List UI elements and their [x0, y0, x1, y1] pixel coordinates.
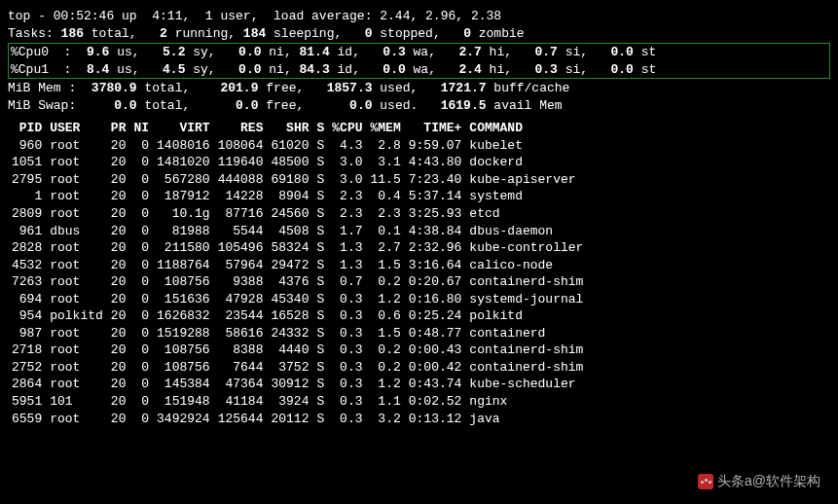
cell-cpu: 0.3 — [328, 376, 366, 393]
table-row[interactable]: 2864root2001453844736430912S0.31.20:43.7… — [8, 376, 587, 393]
cell-virt: 81988 — [153, 223, 214, 240]
cell-ni: 0 — [129, 223, 153, 240]
col-cpu[interactable]: %CPU — [328, 120, 366, 137]
cell-pid: 5951 — [8, 393, 46, 411]
table-row[interactable]: 961dbus2008198855444508S1.70.14:38.84dbu… — [8, 223, 587, 240]
cell-res: 125644 — [214, 411, 268, 428]
cell-ni: 0 — [129, 359, 153, 377]
cell-s: S — [312, 171, 328, 189]
col-virt[interactable]: VIRT — [153, 120, 214, 137]
cell-ni: 0 — [129, 291, 153, 308]
cell-cpu: 0.3 — [328, 393, 366, 411]
cell-s: S — [312, 273, 328, 291]
cell-time: 0:48.77 — [405, 325, 466, 342]
cell-s: S — [312, 376, 328, 393]
cell-mem: 1.5 — [367, 325, 405, 342]
cell-shr: 58324 — [267, 239, 312, 257]
col-pr[interactable]: PR — [107, 120, 130, 137]
cell-ni: 0 — [129, 239, 153, 257]
cell-cmd: kube-controller — [465, 239, 587, 257]
cell-cpu: 0.3 — [328, 342, 366, 359]
table-row[interactable]: 2795root20056728044408869180S3.011.57:23… — [8, 171, 587, 189]
cell-s: S — [312, 411, 328, 428]
cell-res: 57964 — [214, 257, 268, 274]
cell-res: 58616 — [214, 325, 268, 342]
cell-shr: 4376 — [267, 273, 312, 291]
table-row[interactable]: 694root2001516364792845340S0.31.20:16.80… — [8, 291, 587, 308]
table-row[interactable]: 1051root200148102011964048500S3.03.14:43… — [8, 154, 587, 171]
col-mem[interactable]: %MEM — [367, 120, 405, 137]
cell-time: 0:16.80 — [405, 291, 466, 308]
cell-pr: 20 — [107, 359, 130, 377]
cell-shr: 20112 — [267, 411, 312, 428]
cell-pid: 2828 — [8, 239, 46, 257]
table-row[interactable]: 2752root20010875676443752S0.30.20:00.42c… — [8, 359, 587, 377]
cell-user: root — [46, 257, 107, 274]
col-shr[interactable]: SHR — [267, 120, 312, 137]
table-row[interactable]: 2828root20021158010549658324S1.32.72:32.… — [8, 239, 587, 257]
table-header-row[interactable]: PIDUSERPRNIVIRTRESSHRS%CPU%MEMTIME+COMMA… — [8, 120, 587, 137]
col-time[interactable]: TIME+ — [405, 120, 466, 137]
col-pid[interactable]: PID — [8, 120, 46, 137]
cell-s: S — [312, 188, 328, 205]
col-res[interactable]: RES — [214, 120, 268, 137]
cell-mem: 0.2 — [367, 342, 405, 359]
cell-user: root — [46, 411, 107, 428]
mem-total: 3780.9 — [91, 81, 137, 95]
cell-user: root — [46, 171, 107, 189]
cell-pid: 961 — [8, 223, 46, 240]
cell-pid: 960 — [8, 137, 46, 155]
cell-ni: 0 — [129, 393, 153, 411]
cell-virt: 3492924 — [153, 411, 214, 428]
table-row[interactable]: 5951101200151948411843924S0.31.10:02.52n… — [8, 393, 587, 411]
table-row[interactable]: 954polkitd20016268322354416528S0.30.60:2… — [8, 307, 587, 325]
cell-res: 108064 — [214, 137, 268, 155]
col-command[interactable]: COMMAND — [465, 120, 587, 137]
table-row[interactable]: 1root200187912142288904S2.30.45:37.14sys… — [8, 188, 587, 205]
cell-s: S — [312, 257, 328, 274]
cell-s: S — [312, 325, 328, 342]
cell-pr: 20 — [107, 188, 130, 205]
cell-pr: 20 — [107, 342, 130, 359]
cell-virt: 108756 — [153, 359, 214, 377]
cell-cpu: 1.7 — [328, 223, 366, 240]
table-row[interactable]: 7263root20010875693884376S0.70.20:20.67c… — [8, 273, 587, 291]
cell-mem: 1.1 — [367, 393, 405, 411]
cell-time: 9:59.07 — [405, 137, 466, 155]
table-row[interactable]: 6559root200349292412564420112S0.33.20:13… — [8, 411, 587, 428]
table-row[interactable]: 2718root20010875683884440S0.30.20:00.43c… — [8, 342, 587, 359]
cell-ni: 0 — [129, 205, 153, 223]
table-row[interactable]: 2809root20010.1g8771624560S2.32.33:25.93… — [8, 205, 587, 223]
cell-cmd: containerd-shim — [465, 273, 587, 291]
cell-shr: 69180 — [267, 171, 312, 189]
tasks-running: 2 — [160, 26, 167, 41]
cell-time: 4:43.80 — [405, 154, 466, 171]
cell-user: polkitd — [46, 307, 107, 325]
table-row[interactable]: 960root200140801610806461020S4.32.89:59.… — [8, 137, 587, 155]
cell-pr: 20 — [107, 273, 130, 291]
swap-total: 0.0 — [114, 98, 136, 113]
process-table[interactable]: PIDUSERPRNIVIRTRESSHRS%CPU%MEMTIME+COMMA… — [8, 120, 587, 427]
cell-user: root — [46, 359, 107, 377]
cell-time: 3:16.64 — [405, 257, 466, 274]
cell-shr: 45340 — [267, 291, 312, 308]
cell-cmd: systemd — [465, 188, 587, 205]
table-row[interactable]: 4532root20011887645796429472S1.31.53:16.… — [8, 257, 587, 274]
cell-ni: 0 — [129, 137, 153, 155]
cell-user: root — [46, 154, 107, 171]
col-user[interactable]: USER — [46, 120, 107, 137]
mem-label: MiB Mem : — [8, 81, 76, 95]
col-ni[interactable]: NI — [129, 120, 153, 137]
cell-mem: 0.2 — [367, 273, 405, 291]
cell-time: 0:20.67 — [405, 273, 466, 291]
table-row[interactable]: 987root20015192885861624332S0.31.50:48.7… — [8, 325, 587, 342]
cell-virt: 151636 — [153, 291, 214, 308]
col-s[interactable]: S — [312, 120, 328, 137]
cell-s: S — [312, 359, 328, 377]
cell-s: S — [312, 223, 328, 240]
cell-s: S — [312, 137, 328, 155]
cell-pid: 1051 — [8, 154, 46, 171]
cell-cpu: 0.3 — [328, 359, 366, 377]
cell-mem: 3.1 — [367, 154, 405, 171]
cell-user: root — [46, 137, 107, 155]
